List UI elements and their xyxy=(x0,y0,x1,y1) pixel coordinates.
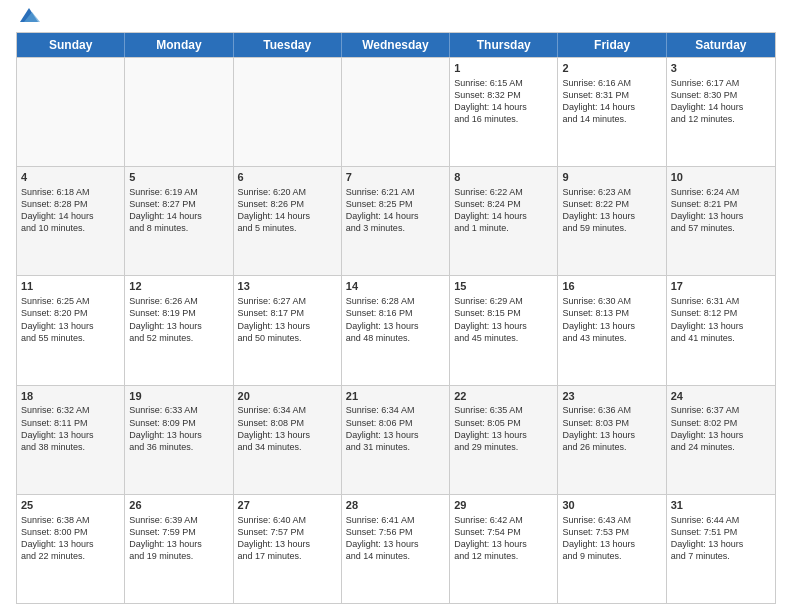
calendar-row: 4Sunrise: 6:18 AM Sunset: 8:28 PM Daylig… xyxy=(17,166,775,275)
day-number: 13 xyxy=(238,279,337,294)
day-number: 6 xyxy=(238,170,337,185)
weekday-header: Monday xyxy=(125,33,233,57)
calendar-header-row: SundayMondayTuesdayWednesdayThursdayFrid… xyxy=(17,33,775,57)
day-info: Sunrise: 6:23 AM Sunset: 8:22 PM Dayligh… xyxy=(562,186,661,235)
day-cell: 25Sunrise: 6:38 AM Sunset: 8:00 PM Dayli… xyxy=(17,495,125,603)
page: SundayMondayTuesdayWednesdayThursdayFrid… xyxy=(0,0,792,612)
day-number: 19 xyxy=(129,389,228,404)
day-number: 25 xyxy=(21,498,120,513)
day-cell: 30Sunrise: 6:43 AM Sunset: 7:53 PM Dayli… xyxy=(558,495,666,603)
day-cell: 17Sunrise: 6:31 AM Sunset: 8:12 PM Dayli… xyxy=(667,276,775,384)
weekday-header: Saturday xyxy=(667,33,775,57)
day-number: 7 xyxy=(346,170,445,185)
day-info: Sunrise: 6:24 AM Sunset: 8:21 PM Dayligh… xyxy=(671,186,771,235)
day-cell: 14Sunrise: 6:28 AM Sunset: 8:16 PM Dayli… xyxy=(342,276,450,384)
day-info: Sunrise: 6:25 AM Sunset: 8:20 PM Dayligh… xyxy=(21,295,120,344)
day-cell: 29Sunrise: 6:42 AM Sunset: 7:54 PM Dayli… xyxy=(450,495,558,603)
day-number: 10 xyxy=(671,170,771,185)
calendar-row: 18Sunrise: 6:32 AM Sunset: 8:11 PM Dayli… xyxy=(17,385,775,494)
day-cell: 28Sunrise: 6:41 AM Sunset: 7:56 PM Dayli… xyxy=(342,495,450,603)
empty-cell xyxy=(234,58,342,166)
day-info: Sunrise: 6:40 AM Sunset: 7:57 PM Dayligh… xyxy=(238,514,337,563)
day-number: 20 xyxy=(238,389,337,404)
day-info: Sunrise: 6:38 AM Sunset: 8:00 PM Dayligh… xyxy=(21,514,120,563)
day-number: 17 xyxy=(671,279,771,294)
day-info: Sunrise: 6:34 AM Sunset: 8:06 PM Dayligh… xyxy=(346,404,445,453)
empty-cell xyxy=(125,58,233,166)
day-info: Sunrise: 6:26 AM Sunset: 8:19 PM Dayligh… xyxy=(129,295,228,344)
day-info: Sunrise: 6:21 AM Sunset: 8:25 PM Dayligh… xyxy=(346,186,445,235)
day-cell: 24Sunrise: 6:37 AM Sunset: 8:02 PM Dayli… xyxy=(667,386,775,494)
day-info: Sunrise: 6:30 AM Sunset: 8:13 PM Dayligh… xyxy=(562,295,661,344)
day-info: Sunrise: 6:22 AM Sunset: 8:24 PM Dayligh… xyxy=(454,186,553,235)
day-number: 22 xyxy=(454,389,553,404)
day-number: 28 xyxy=(346,498,445,513)
weekday-header: Sunday xyxy=(17,33,125,57)
day-number: 27 xyxy=(238,498,337,513)
day-cell: 12Sunrise: 6:26 AM Sunset: 8:19 PM Dayli… xyxy=(125,276,233,384)
day-info: Sunrise: 6:42 AM Sunset: 7:54 PM Dayligh… xyxy=(454,514,553,563)
day-cell: 18Sunrise: 6:32 AM Sunset: 8:11 PM Dayli… xyxy=(17,386,125,494)
day-number: 14 xyxy=(346,279,445,294)
day-number: 1 xyxy=(454,61,553,76)
day-info: Sunrise: 6:20 AM Sunset: 8:26 PM Dayligh… xyxy=(238,186,337,235)
header xyxy=(16,12,776,26)
empty-cell xyxy=(17,58,125,166)
day-cell: 7Sunrise: 6:21 AM Sunset: 8:25 PM Daylig… xyxy=(342,167,450,275)
day-info: Sunrise: 6:34 AM Sunset: 8:08 PM Dayligh… xyxy=(238,404,337,453)
day-info: Sunrise: 6:37 AM Sunset: 8:02 PM Dayligh… xyxy=(671,404,771,453)
day-cell: 4Sunrise: 6:18 AM Sunset: 8:28 PM Daylig… xyxy=(17,167,125,275)
weekday-header: Tuesday xyxy=(234,33,342,57)
weekday-header: Wednesday xyxy=(342,33,450,57)
day-cell: 6Sunrise: 6:20 AM Sunset: 8:26 PM Daylig… xyxy=(234,167,342,275)
day-info: Sunrise: 6:16 AM Sunset: 8:31 PM Dayligh… xyxy=(562,77,661,126)
day-cell: 26Sunrise: 6:39 AM Sunset: 7:59 PM Dayli… xyxy=(125,495,233,603)
day-info: Sunrise: 6:35 AM Sunset: 8:05 PM Dayligh… xyxy=(454,404,553,453)
day-cell: 15Sunrise: 6:29 AM Sunset: 8:15 PM Dayli… xyxy=(450,276,558,384)
logo-icon xyxy=(18,4,40,26)
day-number: 3 xyxy=(671,61,771,76)
day-info: Sunrise: 6:29 AM Sunset: 8:15 PM Dayligh… xyxy=(454,295,553,344)
day-cell: 19Sunrise: 6:33 AM Sunset: 8:09 PM Dayli… xyxy=(125,386,233,494)
day-cell: 20Sunrise: 6:34 AM Sunset: 8:08 PM Dayli… xyxy=(234,386,342,494)
day-number: 15 xyxy=(454,279,553,294)
day-cell: 22Sunrise: 6:35 AM Sunset: 8:05 PM Dayli… xyxy=(450,386,558,494)
day-cell: 11Sunrise: 6:25 AM Sunset: 8:20 PM Dayli… xyxy=(17,276,125,384)
day-cell: 31Sunrise: 6:44 AM Sunset: 7:51 PM Dayli… xyxy=(667,495,775,603)
day-cell: 10Sunrise: 6:24 AM Sunset: 8:21 PM Dayli… xyxy=(667,167,775,275)
day-number: 11 xyxy=(21,279,120,294)
day-info: Sunrise: 6:44 AM Sunset: 7:51 PM Dayligh… xyxy=(671,514,771,563)
day-number: 2 xyxy=(562,61,661,76)
calendar-row: 11Sunrise: 6:25 AM Sunset: 8:20 PM Dayli… xyxy=(17,275,775,384)
day-number: 29 xyxy=(454,498,553,513)
day-cell: 23Sunrise: 6:36 AM Sunset: 8:03 PM Dayli… xyxy=(558,386,666,494)
day-number: 30 xyxy=(562,498,661,513)
day-cell: 5Sunrise: 6:19 AM Sunset: 8:27 PM Daylig… xyxy=(125,167,233,275)
day-cell: 13Sunrise: 6:27 AM Sunset: 8:17 PM Dayli… xyxy=(234,276,342,384)
day-info: Sunrise: 6:41 AM Sunset: 7:56 PM Dayligh… xyxy=(346,514,445,563)
day-number: 21 xyxy=(346,389,445,404)
day-cell: 1Sunrise: 6:15 AM Sunset: 8:32 PM Daylig… xyxy=(450,58,558,166)
day-number: 31 xyxy=(671,498,771,513)
calendar: SundayMondayTuesdayWednesdayThursdayFrid… xyxy=(16,32,776,604)
calendar-row: 25Sunrise: 6:38 AM Sunset: 8:00 PM Dayli… xyxy=(17,494,775,603)
day-number: 24 xyxy=(671,389,771,404)
logo xyxy=(16,12,40,26)
day-cell: 27Sunrise: 6:40 AM Sunset: 7:57 PM Dayli… xyxy=(234,495,342,603)
day-number: 4 xyxy=(21,170,120,185)
day-info: Sunrise: 6:33 AM Sunset: 8:09 PM Dayligh… xyxy=(129,404,228,453)
day-cell: 2Sunrise: 6:16 AM Sunset: 8:31 PM Daylig… xyxy=(558,58,666,166)
calendar-body: 1Sunrise: 6:15 AM Sunset: 8:32 PM Daylig… xyxy=(17,57,775,603)
day-info: Sunrise: 6:36 AM Sunset: 8:03 PM Dayligh… xyxy=(562,404,661,453)
day-info: Sunrise: 6:28 AM Sunset: 8:16 PM Dayligh… xyxy=(346,295,445,344)
day-number: 18 xyxy=(21,389,120,404)
day-cell: 8Sunrise: 6:22 AM Sunset: 8:24 PM Daylig… xyxy=(450,167,558,275)
day-cell: 9Sunrise: 6:23 AM Sunset: 8:22 PM Daylig… xyxy=(558,167,666,275)
day-info: Sunrise: 6:32 AM Sunset: 8:11 PM Dayligh… xyxy=(21,404,120,453)
day-info: Sunrise: 6:27 AM Sunset: 8:17 PM Dayligh… xyxy=(238,295,337,344)
day-info: Sunrise: 6:19 AM Sunset: 8:27 PM Dayligh… xyxy=(129,186,228,235)
day-cell: 21Sunrise: 6:34 AM Sunset: 8:06 PM Dayli… xyxy=(342,386,450,494)
calendar-row: 1Sunrise: 6:15 AM Sunset: 8:32 PM Daylig… xyxy=(17,57,775,166)
day-number: 26 xyxy=(129,498,228,513)
empty-cell xyxy=(342,58,450,166)
